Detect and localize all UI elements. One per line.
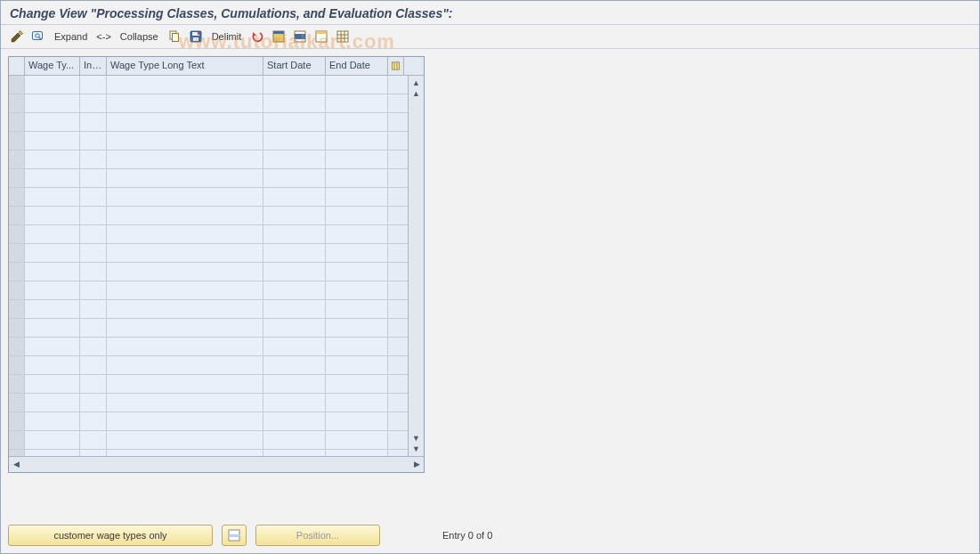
cell-wage-type-long[interactable] <box>107 244 263 262</box>
grid-header-select[interactable] <box>9 57 25 75</box>
cell-end-date[interactable] <box>326 151 388 168</box>
row-select-cell[interactable] <box>9 225 25 243</box>
position-icon-button[interactable] <box>222 525 247 546</box>
grid-header-wage-type[interactable]: Wage Ty... <box>25 57 80 75</box>
cell-wage-type[interactable] <box>25 188 80 206</box>
cell-start-date[interactable] <box>263 412 326 430</box>
cell-start-date[interactable] <box>263 450 326 456</box>
collapse-button[interactable]: Collapse <box>117 29 162 45</box>
table-row[interactable] <box>9 94 408 113</box>
select-all-icon[interactable] <box>270 29 288 45</box>
cell-info[interactable] <box>80 281 107 299</box>
row-select-cell[interactable] <box>9 169 25 187</box>
row-select-cell[interactable] <box>9 412 25 430</box>
cell-info[interactable] <box>80 225 107 243</box>
cell-wage-type[interactable] <box>25 132 80 150</box>
cell-wage-type-long[interactable] <box>107 132 263 150</box>
table-row[interactable] <box>9 300 408 319</box>
cell-end-date[interactable] <box>326 281 388 299</box>
cell-start-date[interactable] <box>263 356 326 374</box>
cell-wage-type[interactable] <box>25 412 80 430</box>
cell-end-date[interactable] <box>326 394 388 411</box>
row-select-cell[interactable] <box>9 300 25 318</box>
cell-start-date[interactable] <box>263 338 326 355</box>
cell-info[interactable] <box>80 263 107 281</box>
cell-end-date[interactable] <box>326 94 388 112</box>
scroll-up-icon[interactable]: ▲ <box>411 88 422 99</box>
scroll-down-icon[interactable]: ▼ <box>411 444 422 454</box>
cell-info[interactable] <box>80 113 107 131</box>
row-select-cell[interactable] <box>9 281 25 299</box>
cell-wage-type-long[interactable] <box>107 394 263 411</box>
cell-wage-type-long[interactable] <box>107 281 263 299</box>
cell-end-date[interactable] <box>326 132 388 150</box>
cell-end-date[interactable] <box>326 300 388 318</box>
row-select-cell[interactable] <box>9 94 25 112</box>
grid-horizontal-scrollbar[interactable]: ◀ ▶ <box>9 456 424 472</box>
cell-wage-type-long[interactable] <box>107 225 263 243</box>
copy-icon[interactable] <box>166 29 183 45</box>
cell-end-date[interactable] <box>326 225 388 243</box>
cell-info[interactable] <box>80 207 107 224</box>
row-select-cell[interactable] <box>9 244 25 262</box>
row-select-cell[interactable] <box>9 394 25 411</box>
cell-wage-type[interactable] <box>25 169 80 187</box>
row-select-cell[interactable] <box>9 356 25 374</box>
cell-wage-type[interactable] <box>25 263 80 281</box>
table-row[interactable] <box>9 319 408 338</box>
cell-end-date[interactable] <box>326 431 388 449</box>
table-row[interactable] <box>9 151 408 169</box>
cell-end-date[interactable] <box>326 76 388 94</box>
cell-start-date[interactable] <box>263 94 326 112</box>
cell-wage-type[interactable] <box>25 356 80 374</box>
grid-config-icon[interactable] <box>388 57 404 75</box>
cell-start-date[interactable] <box>263 394 326 411</box>
cell-wage-type-long[interactable] <box>107 94 263 112</box>
cell-wage-type-long[interactable] <box>107 431 263 449</box>
scroll-down-icon[interactable]: ▼ <box>411 433 422 444</box>
grid-header-end-date[interactable]: End Date <box>326 57 388 75</box>
cell-end-date[interactable] <box>326 375 388 393</box>
cell-end-date[interactable] <box>326 319 388 337</box>
select-block-icon[interactable] <box>291 29 309 45</box>
cell-end-date[interactable] <box>326 338 388 355</box>
cell-end-date[interactable] <box>326 188 388 206</box>
cell-wage-type[interactable] <box>25 207 80 224</box>
cell-end-date[interactable] <box>326 356 388 374</box>
cell-info[interactable] <box>80 450 107 456</box>
cell-info[interactable] <box>80 244 107 262</box>
cell-wage-type-long[interactable] <box>107 169 263 187</box>
cell-wage-type-long[interactable] <box>107 338 263 355</box>
table-row[interactable] <box>9 281 408 300</box>
cell-start-date[interactable] <box>263 169 326 187</box>
cell-info[interactable] <box>80 76 107 94</box>
cell-end-date[interactable] <box>326 450 388 456</box>
cell-wage-type[interactable] <box>25 375 80 393</box>
cell-wage-type-long[interactable] <box>107 356 263 374</box>
cell-info[interactable] <box>80 338 107 355</box>
cell-start-date[interactable] <box>263 244 326 262</box>
cell-wage-type[interactable] <box>25 338 80 355</box>
cell-wage-type[interactable] <box>25 94 80 112</box>
cell-start-date[interactable] <box>263 300 326 318</box>
cell-start-date[interactable] <box>263 188 326 206</box>
row-select-cell[interactable] <box>9 151 25 168</box>
table-row[interactable] <box>9 188 408 207</box>
table-row[interactable] <box>9 338 408 356</box>
cell-info[interactable] <box>80 431 107 449</box>
cell-wage-type-long[interactable] <box>107 319 263 337</box>
table-row[interactable] <box>9 263 408 281</box>
cell-end-date[interactable] <box>326 412 388 430</box>
table-row[interactable] <box>9 132 408 151</box>
cell-wage-type-long[interactable] <box>107 375 263 393</box>
cell-start-date[interactable] <box>263 281 326 299</box>
cell-wage-type[interactable] <box>25 281 80 299</box>
cell-info[interactable] <box>80 412 107 430</box>
cell-wage-type-long[interactable] <box>107 76 263 94</box>
cell-end-date[interactable] <box>326 244 388 262</box>
customer-wage-types-button[interactable]: customer wage types only <box>8 525 213 546</box>
row-select-cell[interactable] <box>9 132 25 150</box>
table-row[interactable] <box>9 450 408 456</box>
cell-end-date[interactable] <box>326 207 388 224</box>
cell-info[interactable] <box>80 300 107 318</box>
